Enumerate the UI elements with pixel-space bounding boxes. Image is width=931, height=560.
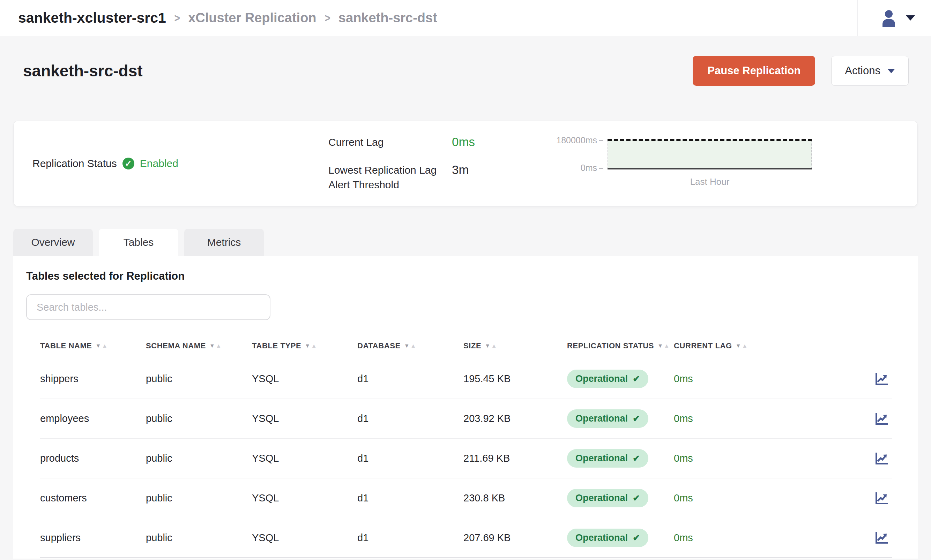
view-lag-chart-button[interactable] [874,411,889,426]
tab-bar: OverviewTablesMetrics [13,229,918,256]
table-row: suppliers public YSQL d1 207.69 KB Opera… [40,518,892,558]
column-header[interactable]: SIZE ▼ ▲ [463,342,567,351]
lag-chart-plot-area [607,140,812,169]
cell-schema-name: public [146,413,252,425]
column-header[interactable]: SCHEMA NAME ▼ ▲ [146,342,252,351]
cell-database: d1 [357,413,463,425]
sort-icon[interactable]: ▼ ▲ [735,343,748,349]
cell-size: 230.8 KB [463,492,567,504]
table-row: products public YSQL d1 211.69 KB Operat… [40,438,892,478]
column-header[interactable]: REPLICATION STATUS ▼ ▲ [567,342,674,351]
cell-current-lag: 0ms [674,492,820,504]
cell-schema-name: public [146,532,252,544]
sort-icon[interactable]: ▼ ▲ [210,343,222,349]
cell-current-lag: 0ms [674,532,820,544]
lag-threshold-label: Lowest Replication Lag Alert Threshold [328,163,440,192]
table-body: shippers public YSQL d1 195.45 KB Operat… [40,359,892,558]
page-title: sanketh-src-dst [23,62,143,80]
breadcrumb-separator: > [325,11,330,25]
lag-threshold-line [607,139,812,141]
user-icon [881,9,897,27]
caret-down-icon [887,69,895,73]
breadcrumb-section[interactable]: xCluster Replication [188,11,316,25]
check-circle-icon: ✓ [122,158,134,169]
cell-size: 203.92 KB [463,413,567,425]
cell-table-name: shippers [40,373,146,385]
user-menu[interactable] [858,9,931,27]
view-lag-chart-button[interactable] [874,371,889,387]
cell-schema-name: public [146,452,252,464]
view-lag-chart-button[interactable] [874,491,889,506]
sort-icon[interactable]: ▼ ▲ [485,343,497,349]
cell-table-name: customers [40,492,146,504]
pause-replication-button[interactable]: Pause Replication [693,56,815,86]
status-badge: Operational ✔ [567,489,648,507]
lag-chart-x-label: Last Hour [607,177,812,187]
chart-line-icon [874,491,889,506]
y-axis-min-label: 0ms [581,163,603,173]
cell-table-type: YSQL [252,452,357,464]
replication-status-card: Replication Status ✓ Enabled Current Lag… [13,121,918,206]
sort-icon[interactable]: ▼ ▲ [305,343,317,349]
breadcrumb-page: sanketh-src-dst [339,11,437,25]
cell-schema-name: public [146,492,252,504]
breadcrumb-separator: > [174,11,180,25]
lag-threshold-value: 3m [452,163,559,177]
cell-table-name: employees [40,413,146,425]
cell-schema-name: public [146,373,252,385]
column-header[interactable]: CURRENT LAG ▼ ▲ [674,342,820,351]
replication-status-label: Replication Status [32,158,117,169]
cell-size: 195.45 KB [463,373,567,385]
tables-panel-heading: Tables selected for Replication [26,270,892,282]
cell-table-type: YSQL [252,413,357,425]
status-badge: Operational ✔ [567,529,648,547]
cell-table-name: suppliers [40,532,146,544]
replication-tables-table: TABLE NAME ▼ ▲ SCHEMA NAME ▼ ▲ TABLE TYP… [40,333,892,558]
current-lag-label: Current Lag [328,135,440,149]
cell-database: d1 [357,492,463,504]
chart-line-icon [874,451,889,466]
search-tables-input[interactable] [26,294,270,320]
sort-icon[interactable]: ▼ ▲ [96,343,108,349]
breadcrumb: sanketh-xcluster-src1 > xCluster Replica… [18,10,437,26]
tab-metrics[interactable]: Metrics [184,229,264,256]
table-row: employees public YSQL d1 203.92 KB Opera… [40,399,892,438]
sort-icon[interactable]: ▼ ▲ [657,343,670,349]
check-icon: ✔ [633,374,640,384]
check-icon: ✔ [633,414,640,424]
actions-button-label: Actions [845,65,880,77]
sort-icon[interactable]: ▼ ▲ [404,343,416,349]
table-row: customers public YSQL d1 230.8 KB Operat… [40,478,892,518]
check-icon: ✔ [633,533,640,543]
tab-overview[interactable]: Overview [13,229,93,256]
breadcrumb-universe[interactable]: sanketh-xcluster-src1 [18,10,166,26]
cell-database: d1 [357,373,463,385]
lag-chart-y-axis: 180000ms 0ms [561,140,607,169]
top-navbar: sanketh-xcluster-src1 > xCluster Replica… [0,0,931,36]
column-header[interactable]: TABLE TYPE ▼ ▲ [252,342,357,351]
column-header[interactable]: TABLE NAME ▼ ▲ [40,342,146,351]
table-row: shippers public YSQL d1 195.45 KB Operat… [40,359,892,399]
check-icon: ✔ [633,493,640,503]
view-lag-chart-button[interactable] [874,451,889,466]
cell-size: 207.69 KB [463,532,567,544]
cell-current-lag: 0ms [674,413,820,425]
cell-current-lag: 0ms [674,452,820,464]
actions-button[interactable]: Actions [831,56,909,86]
cell-table-type: YSQL [252,532,357,544]
view-lag-chart-button[interactable] [874,530,889,545]
cell-current-lag: 0ms [674,373,820,385]
current-lag-value: 0ms [452,135,559,149]
cell-table-name: products [40,452,146,464]
current-lag-line [607,168,812,169]
column-header[interactable]: DATABASE ▼ ▲ [357,342,463,351]
tab-tables[interactable]: Tables [99,229,178,256]
replication-status: Replication Status ✓ Enabled [14,158,328,169]
lag-metrics: Current Lag 0ms Lowest Replication Lag A… [328,135,559,192]
header-buttons: Pause Replication Actions [693,56,909,86]
cell-table-type: YSQL [252,373,357,385]
lag-chart: 180000ms 0ms Last Hour [559,140,917,187]
chart-line-icon [874,530,889,545]
cell-database: d1 [357,452,463,464]
cell-database: d1 [357,532,463,544]
